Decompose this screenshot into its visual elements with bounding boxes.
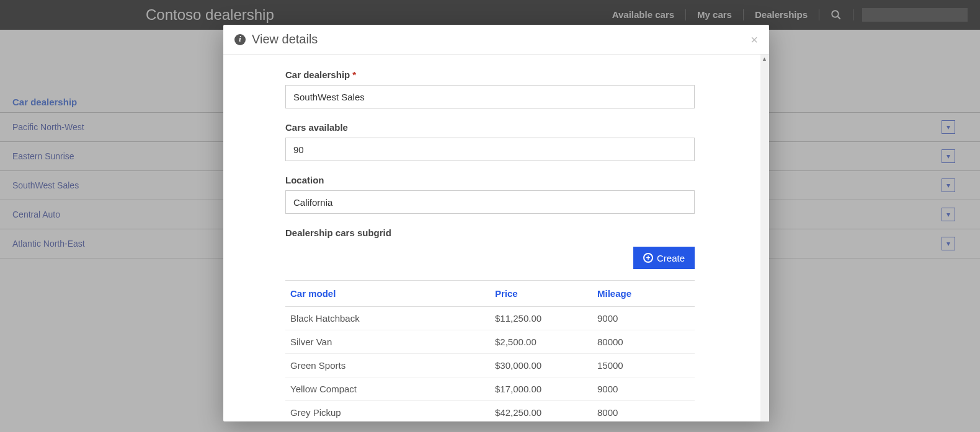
required-asterisk: * — [352, 69, 356, 80]
info-icon: i — [234, 34, 246, 45]
cell-model: Black Hatchback — [285, 307, 490, 330]
col-mileage[interactable]: Mileage — [592, 281, 695, 307]
cell-mileage: 8000 — [592, 401, 695, 422]
location-label: Location — [285, 175, 695, 185]
cell-price: $2,500.00 — [490, 330, 592, 354]
table-row[interactable]: Grey Pickup$42,250.008000 — [285, 401, 695, 422]
subgrid-heading: Dealership cars subgrid — [285, 227, 732, 238]
table-row[interactable]: Green Sports$30,000.0015000 — [285, 354, 695, 377]
cell-model: Yellow Compact — [285, 377, 490, 401]
cell-price: $17,000.00 — [490, 377, 592, 401]
plus-icon: + — [643, 253, 653, 263]
col-car-model[interactable]: Car model — [285, 281, 490, 307]
cell-model: Silver Van — [285, 330, 490, 354]
dealership-label-text: Car dealership — [285, 69, 350, 80]
cars-subgrid: Car model Price Mileage Black Hatchback$… — [285, 280, 695, 421]
cell-mileage: 9000 — [592, 307, 695, 330]
modal-header: i View details × — [223, 25, 769, 55]
table-row[interactable]: Silver Van$2,500.0080000 — [285, 330, 695, 354]
table-row[interactable]: Black Hatchback$11,250.009000 — [285, 307, 695, 330]
cell-mileage: 15000 — [592, 354, 695, 377]
dealership-label: Car dealership* — [285, 69, 695, 80]
dealership-input[interactable] — [285, 85, 695, 108]
create-button-label: Create — [657, 253, 685, 263]
cars-available-label: Cars available — [285, 122, 695, 133]
cell-model: Green Sports — [285, 354, 490, 377]
modal-title: View details — [252, 32, 318, 46]
cell-price: $42,250.00 — [490, 401, 592, 422]
create-button[interactable]: + Create — [633, 247, 695, 269]
cell-mileage: 80000 — [592, 330, 695, 354]
table-row[interactable]: Yellow Compact$17,000.009000 — [285, 377, 695, 401]
scrollbar[interactable] — [760, 55, 769, 421]
view-details-modal: i View details × Car dealership* Cars av… — [223, 25, 769, 421]
cell-price: $30,000.00 — [490, 354, 592, 377]
cell-price: $11,250.00 — [490, 307, 592, 330]
modal-body: Car dealership* Cars available Location … — [223, 55, 769, 421]
location-input[interactable] — [285, 190, 695, 214]
cell-model: Grey Pickup — [285, 401, 490, 422]
close-icon[interactable]: × — [751, 33, 758, 46]
cell-mileage: 9000 — [592, 377, 695, 401]
cars-available-input[interactable] — [285, 138, 695, 161]
col-price[interactable]: Price — [490, 281, 592, 307]
